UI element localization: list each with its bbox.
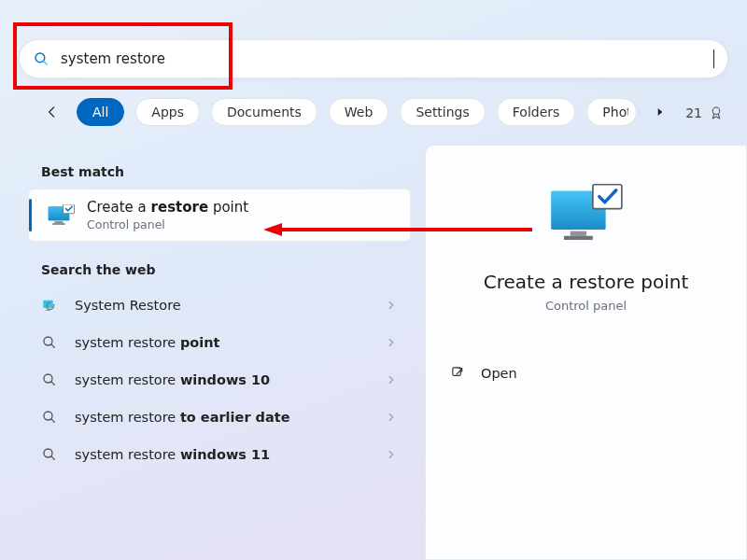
tab-documents[interactable]: Documents xyxy=(211,98,317,126)
tab-folders[interactable]: Folders xyxy=(497,98,576,126)
web-result[interactable]: System Restore xyxy=(28,287,411,324)
web-result[interactable]: system restore windows 10 xyxy=(28,361,411,399)
preview-title: Create a restore point xyxy=(444,271,727,293)
svg-line-14 xyxy=(51,419,54,422)
svg-rect-5 xyxy=(55,221,63,223)
tab-apps[interactable]: Apps xyxy=(135,98,200,126)
search-web-heading: Search the web xyxy=(41,262,411,277)
chevron-right-icon xyxy=(385,336,398,349)
tab-web[interactable]: Web xyxy=(329,98,389,126)
filter-tabs: All Apps Documents Web Settings Folders … xyxy=(39,98,672,126)
svg-rect-18 xyxy=(570,231,585,236)
chevron-right-icon xyxy=(385,299,398,312)
web-results-list: System Restore system restore point syst… xyxy=(28,287,411,473)
tab-photos[interactable]: Photos xyxy=(586,98,637,126)
svg-rect-6 xyxy=(52,223,65,225)
preview-panel: Create a restore point Control panel Ope… xyxy=(425,145,747,560)
web-result[interactable]: system restore to earlier date xyxy=(28,399,411,436)
best-match-heading: Best match xyxy=(41,164,411,179)
sysrestore-icon xyxy=(41,297,58,314)
svg-line-12 xyxy=(51,382,54,385)
svg-rect-7 xyxy=(63,204,75,214)
rewards-points: 21 xyxy=(685,105,702,120)
back-button[interactable] xyxy=(39,99,65,125)
search-input[interactable]: system restore xyxy=(61,50,715,67)
search-icon xyxy=(41,446,58,463)
chevron-right-icon xyxy=(385,411,398,424)
best-match-result[interactable]: Create a restore point Control panel xyxy=(28,189,411,242)
rewards-indicator[interactable]: 21 xyxy=(685,105,725,121)
chevron-right-icon xyxy=(385,373,398,386)
open-icon xyxy=(450,365,466,381)
svg-point-2 xyxy=(712,107,720,115)
best-match-text: Create a restore point Control panel xyxy=(87,199,248,231)
svg-rect-20 xyxy=(592,185,621,209)
search-bar[interactable]: system restore xyxy=(19,39,728,78)
svg-line-16 xyxy=(51,456,54,459)
svg-line-1 xyxy=(44,62,47,64)
web-result[interactable]: system restore windows 11 xyxy=(28,436,411,473)
medal-icon xyxy=(708,105,725,121)
chevron-right-icon xyxy=(385,448,398,461)
web-result[interactable]: system restore point xyxy=(28,324,411,361)
search-icon xyxy=(33,50,49,67)
svg-rect-8 xyxy=(43,301,53,308)
tab-all[interactable]: All xyxy=(77,98,124,126)
preview-subtitle: Control panel xyxy=(444,299,727,313)
tabs-overflow-button[interactable] xyxy=(648,100,672,124)
svg-rect-19 xyxy=(563,236,592,240)
open-label: Open xyxy=(481,366,517,381)
search-icon xyxy=(41,371,58,388)
svg-line-10 xyxy=(51,344,54,347)
text-caret xyxy=(713,49,714,68)
open-action[interactable]: Open xyxy=(444,356,727,390)
results-left-column: Best match Create a restore point Contro… xyxy=(28,151,411,473)
search-icon xyxy=(41,409,58,426)
monitor-check-icon xyxy=(546,181,627,254)
search-icon xyxy=(41,334,58,351)
tab-settings[interactable]: Settings xyxy=(400,98,485,126)
monitor-check-icon xyxy=(48,204,76,227)
